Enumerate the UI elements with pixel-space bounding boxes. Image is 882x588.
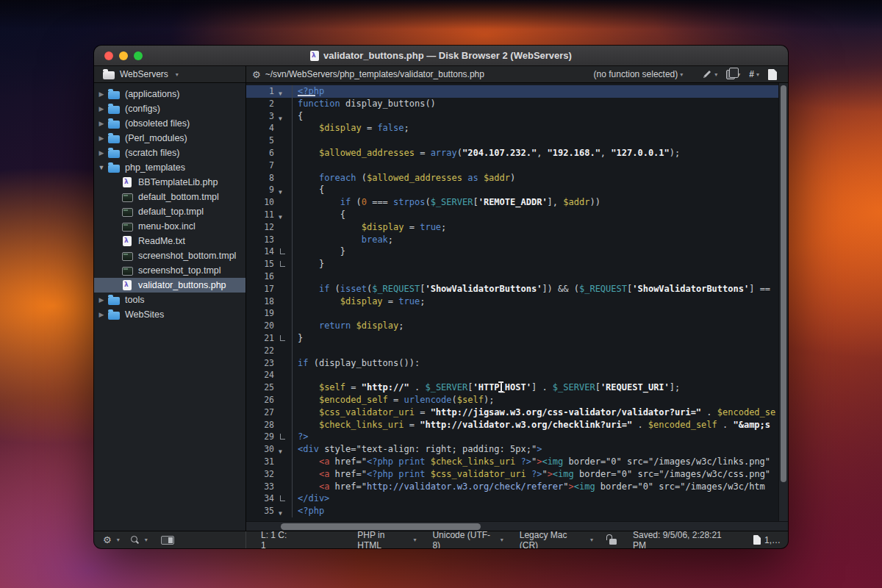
horizontal-scrollbar-thumb[interactable] <box>281 523 481 530</box>
sidebar-item-obsoleted-files[interactable]: ▶(obsoleted files) <box>94 116 245 131</box>
search-icon[interactable] <box>130 535 140 545</box>
fold-open-icon[interactable]: ▼ <box>277 209 289 221</box>
sidebar-item-default-bottom-tmpl[interactable]: default_bottom.tmpl <box>94 190 245 204</box>
function-popup[interactable]: (no function selected) ▾ <box>594 69 684 79</box>
code-line[interactable]: 16 <box>246 270 788 283</box>
sidebar-item-applications[interactable]: ▶(applications) <box>94 87 245 101</box>
code-line[interactable]: 12 $display = true; <box>246 221 788 234</box>
sidebar-item-readme-txt[interactable]: ReadMe.txt <box>94 234 245 248</box>
code-line[interactable]: 33 <a href="http://validator.w3.org/chec… <box>246 481 788 493</box>
code-line[interactable]: 22 <box>246 345 788 357</box>
documents-menu[interactable]: ▾ <box>726 70 740 79</box>
language-popup[interactable]: PHP in HTML ▾ <box>357 530 416 549</box>
sidebar-item-menu-box-incl[interactable]: menu-box.incl <box>94 219 245 234</box>
code-text: <a href="<?php print $check_links_uri ?>… <box>293 456 770 468</box>
code-line[interactable]: 27 $css_validator_uri = "http://jigsaw.w… <box>246 406 788 419</box>
code-line[interactable]: 7 <box>246 159 788 172</box>
fold-open-icon[interactable]: ▼ <box>277 85 289 98</box>
code-line[interactable]: 23if (display_buttons()): <box>246 357 788 370</box>
sidebar-item-tools[interactable]: ▶tools <box>94 293 245 307</box>
tree-root-popup[interactable]: WebServers ▾ <box>94 66 246 82</box>
gear-icon[interactable]: ⚙ <box>252 69 261 80</box>
fold-open-icon[interactable]: ▼ <box>277 110 289 123</box>
gear-icon[interactable]: ⚙ <box>103 534 112 545</box>
vertical-scrollbar-thumb[interactable] <box>781 85 786 482</box>
chevron-down-icon: ▾ <box>714 71 717 78</box>
sidebar-item-websites[interactable]: ▶WebSites <box>94 307 245 322</box>
sidebar-item-bbtemplatelib-php[interactable]: BBTemplateLib.php <box>94 175 245 190</box>
code-line[interactable]: 25 $self = "http://" . $_SERVER['HTTP_HO… <box>246 381 788 394</box>
sidebar-item-default-top-tmpl[interactable]: default_top.tmpl <box>94 204 245 219</box>
code-line[interactable]: 4 $display = false; <box>246 122 788 135</box>
line-number: 10 <box>246 196 277 209</box>
close-button[interactable] <box>104 51 113 60</box>
app-window: validator_buttons.php — Disk Browser 2 (… <box>94 46 788 548</box>
document-proxy-icon[interactable] <box>310 51 319 61</box>
code-line[interactable]: 31 <a href="<?php print $check_links_uri… <box>246 456 788 468</box>
zoom-button[interactable] <box>134 51 143 60</box>
fold-open-icon[interactable]: ▼ <box>277 443 289 456</box>
line-number: 7 <box>246 159 277 172</box>
code-line[interactable]: 9▼ { <box>246 184 788 196</box>
code-line[interactable]: 14 } <box>246 245 788 258</box>
folder-icon <box>107 310 121 320</box>
code-line[interactable]: 3▼{ <box>246 110 788 123</box>
code-line[interactable]: 18 $display = true; <box>246 295 788 308</box>
disclosure-closed-icon[interactable]: ▶ <box>96 135 107 142</box>
code-line[interactable]: 5 <box>246 135 788 147</box>
code-line[interactable]: 17 if (isset($_REQUEST['ShowValidatorBut… <box>246 283 788 295</box>
code-text: <a href="<?php print $css_validator_uri … <box>293 468 770 481</box>
encoding-popup[interactable]: Unicode (UTF-8) ▾ <box>432 530 503 549</box>
disclosure-closed-icon[interactable]: ▶ <box>96 296 107 304</box>
code-line[interactable]: 15 } <box>246 258 788 270</box>
code-text: if (display_buttons()): <box>293 357 420 370</box>
code-line[interactable]: 21} <box>246 332 788 345</box>
code-line[interactable]: 11▼ { <box>246 209 788 221</box>
code-line[interactable]: 28 $check_links_uri = "http://validator.… <box>246 419 788 431</box>
code-line[interactable]: 1▼<?php <box>246 85 788 98</box>
code-line[interactable]: 30▼<div style="text-align: right; paddin… <box>246 443 788 456</box>
line-number: 25 <box>246 381 277 394</box>
disclosure-closed-icon[interactable]: ▶ <box>96 105 107 112</box>
vertical-scrollbar[interactable] <box>778 83 788 521</box>
titlebar[interactable]: validator_buttons.php — Disk Browser 2 (… <box>94 46 788 66</box>
code-line[interactable]: 32 <a href="<?php print $css_validator_u… <box>246 468 788 481</box>
disclosure-closed-icon[interactable]: ▶ <box>96 149 107 157</box>
sidebar-item-validator-buttons-php[interactable]: validator_buttons.php <box>94 278 245 293</box>
code-line[interactable]: 24 <box>246 369 788 381</box>
disclosure-open-icon[interactable]: ▼ <box>96 164 107 171</box>
sidebar-item-php-templates[interactable]: ▼php_templates <box>94 160 245 175</box>
sidebar-item-label: BBTemplateLib.php <box>138 177 218 187</box>
sidebar-item-scratch-files[interactable]: ▶(scratch files) <box>94 146 245 160</box>
code-line[interactable]: 34</div> <box>246 492 788 505</box>
code-line[interactable]: 20 return $display; <box>246 320 788 332</box>
counterparts-menu[interactable]: # ▾ <box>749 69 759 79</box>
disclosure-closed-icon[interactable]: ▶ <box>96 90 107 98</box>
fold-open-icon[interactable]: ▼ <box>277 505 289 517</box>
code-line[interactable]: 2function display_buttons() <box>246 98 788 110</box>
horizontal-scrollbar[interactable] <box>246 521 788 531</box>
unlocked-icon[interactable] <box>609 539 617 545</box>
code-line[interactable]: 13 break; <box>246 234 788 246</box>
navigation-bar: WebServers ▾ ⚙ ~/svn/WebServers/php_temp… <box>94 66 788 83</box>
new-document-button[interactable] <box>768 69 781 80</box>
marker-menu[interactable]: ▾ <box>702 69 717 79</box>
folder-icon <box>107 148 121 158</box>
line-ending-popup[interactable]: Legacy Mac (CR) ▾ <box>520 530 593 549</box>
minimize-button[interactable] <box>119 51 128 60</box>
sidebar-item-screenshot-top-tmpl[interactable]: screenshot_top.tmpl <box>94 263 245 278</box>
fold-open-icon[interactable]: ▼ <box>277 184 289 196</box>
code-line[interactable]: 35▼<?php <box>246 505 788 517</box>
code-line[interactable]: 26 $encoded_self = urlencode($self); <box>246 394 788 406</box>
disclosure-closed-icon[interactable]: ▶ <box>96 311 107 318</box>
disclosure-closed-icon[interactable]: ▶ <box>96 120 107 127</box>
sidebar-toggle-icon[interactable] <box>161 536 174 545</box>
sidebar-item-perl-modules[interactable]: ▶(Perl_modules) <box>94 131 245 146</box>
sidebar-item-screenshot-bottom-tmpl[interactable]: screenshot_bottom.tmpl <box>94 248 245 263</box>
code-line[interactable]: 19 <box>246 307 788 320</box>
code-line[interactable]: 10 if (0 === strpos($_SERVER['REMOTE_ADD… <box>246 196 788 209</box>
code-line[interactable]: 6 $allowed_addresses = array("204.107.23… <box>246 147 788 159</box>
code-line[interactable]: 29?> <box>246 431 788 443</box>
sidebar-item-configs[interactable]: ▶(configs) <box>94 101 245 116</box>
code-line[interactable]: 8 foreach ($allowed_addresses as $addr) <box>246 172 788 184</box>
